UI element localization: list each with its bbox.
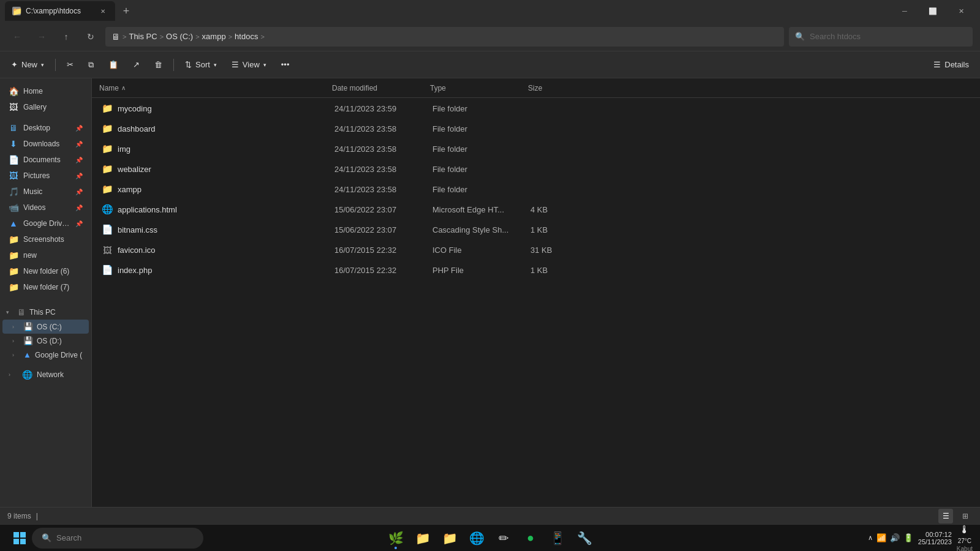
file-date: 24/11/2023 23:58 — [334, 124, 432, 133]
sidebar-tree-osd[interactable]: › 💾 OS (D:) — [2, 334, 89, 348]
file-size: 31 KB — [530, 246, 579, 255]
toolbar-separator-2 — [173, 59, 174, 71]
videos-pin-icon: 📌 — [75, 204, 83, 211]
this-pc-section: ▾ 🖥 This PC — [0, 300, 91, 320]
search-box[interactable]: 🔍 Search htdocs — [789, 27, 973, 47]
sidebar-item-downloads[interactable]: ⬇ Downloads 📌 — [2, 136, 89, 152]
taskbar-app-fileexplorer[interactable]: 🌿 — [383, 526, 408, 550]
taskbar-weather[interactable]: 🌡 27°C Kabut — [957, 523, 973, 551]
sidebar-item-pictures[interactable]: 🖼 Pictures 📌 — [2, 168, 89, 184]
taskbar-app-spotify[interactable]: ● — [518, 526, 543, 550]
new-tab-button[interactable]: + — [118, 2, 135, 20]
file-type: Microsoft Edge HT... — [432, 205, 530, 214]
delete-button[interactable]: 🗑 — [148, 55, 168, 75]
cut-button[interactable]: ✂ — [61, 55, 80, 75]
sidebar-item-videos[interactable]: 📹 Videos 📌 — [2, 200, 89, 216]
edge-app-icon: 🌐 — [469, 531, 484, 545]
table-row[interactable]: 📁 dashboard 24/11/2023 23:58 File folder — [94, 119, 978, 138]
thispc-expand-arrow[interactable]: ▾ — [6, 309, 13, 315]
col-name-header[interactable]: Name ∧ — [99, 84, 332, 92]
sidebar-item-home[interactable]: 🏠 Home — [2, 83, 89, 99]
details-view-toggle[interactable]: ☰ — [938, 509, 953, 523]
table-row[interactable]: 📁 xampp 24/11/2023 23:58 File folder — [94, 179, 978, 199]
file-list: 📁 mycoding 24/11/2023 23:59 File folder … — [92, 98, 980, 280]
breadcrumb-this-pc[interactable]: This PC — [129, 32, 157, 41]
taskbar-app-edge[interactable]: 🌐 — [464, 526, 489, 550]
table-row[interactable]: 📁 mycoding 24/11/2023 23:59 File folder — [94, 99, 978, 118]
table-row[interactable]: 🌐 applications.html 15/06/2022 23:07 Mic… — [94, 200, 978, 219]
col-type-header[interactable]: Type — [430, 84, 528, 92]
sort-button[interactable]: ⇅ Sort ▾ — [179, 55, 223, 75]
file-date: 16/07/2015 22:32 — [334, 246, 432, 255]
sidebar-item-newfolder7[interactable]: 📁 New folder (7) — [2, 279, 89, 295]
share-button[interactable]: ↗ — [127, 55, 146, 75]
thispc-label[interactable]: This PC — [29, 308, 56, 317]
volume-icon: 🔊 — [890, 533, 900, 542]
table-row[interactable]: 📁 webalizer 24/11/2023 23:58 File folder — [94, 159, 978, 179]
osd-expand-arrow: › — [12, 338, 20, 344]
sidebar-item-screenshots[interactable]: 📁 Screenshots — [2, 231, 89, 247]
sidebar-tree-googledrive[interactable]: › ▲ Google Drive ( — [2, 348, 89, 362]
copy-button[interactable]: ⧉ — [82, 55, 100, 75]
file-size: 1 KB — [530, 225, 579, 234]
breadcrumb-xampp[interactable]: xampp — [202, 32, 226, 41]
file-icon: 📁 — [102, 123, 113, 134]
close-button[interactable]: ✕ — [947, 0, 975, 22]
taskbar-search[interactable]: 🔍 Search — [32, 528, 203, 549]
file-date: 24/11/2023 23:58 — [334, 185, 432, 194]
table-row[interactable]: 📁 img 24/11/2023 23:58 File folder — [94, 139, 978, 159]
grid-view-toggle[interactable]: ⊞ — [958, 509, 973, 523]
documents-pin-icon: 📌 — [75, 157, 83, 163]
taskbar-search-label: Search — [56, 533, 81, 542]
tray-expand-icon[interactable]: ∧ — [868, 534, 873, 542]
sidebar-item-gallery[interactable]: 🖼 Gallery — [2, 99, 89, 115]
table-row[interactable]: 📄 index.php 16/07/2015 22:32 PHP File 1 … — [94, 260, 978, 280]
sidebar-item-googledrive[interactable]: ▲ Google Drive * 📌 — [2, 216, 89, 231]
paste-button[interactable]: 📋 — [102, 55, 124, 75]
copy-icon: ⧉ — [88, 60, 94, 70]
taskbar-app-zoom[interactable]: 📁 — [410, 526, 435, 550]
file-date: 15/06/2022 23:07 — [334, 225, 432, 234]
sidebar: 🏠 Home 🖼 Gallery 🖥 Desktop 📌 ⬇ Downloads… — [0, 78, 92, 507]
sidebar-item-desktop[interactable]: 🖥 Desktop 📌 — [2, 120, 89, 136]
up-button[interactable]: ↑ — [56, 27, 76, 47]
tab-close-button[interactable]: ✕ — [98, 6, 108, 16]
view-button[interactable]: ☰ View ▾ — [225, 55, 273, 75]
spotify-app-icon: ● — [527, 531, 534, 545]
whatsapp-app-icon: 📱 — [550, 531, 565, 545]
details-icon: ☰ — [933, 60, 941, 69]
new-button[interactable]: ✦ New ▾ — [5, 55, 50, 75]
sidebar-item-documents[interactable]: 📄 Documents 📌 — [2, 152, 89, 168]
sidebar-videos-label: Videos — [23, 203, 70, 212]
taskbar-app-files[interactable]: 📁 — [437, 526, 462, 550]
sidebar-item-newfolder6[interactable]: 📁 New folder (6) — [2, 263, 89, 279]
taskbar-clock[interactable]: 00:07:12 25/11/2023 — [918, 531, 952, 545]
breadcrumb-osc[interactable]: OS (C:) — [166, 32, 193, 41]
taskbar-app-whatsapp[interactable]: 📱 — [545, 526, 570, 550]
taskbar-app-xampp[interactable]: 🔧 — [572, 526, 597, 550]
taskbar-app-edit[interactable]: ✏ — [491, 526, 516, 550]
forward-button[interactable]: → — [32, 27, 51, 47]
col-size-header[interactable]: Size — [528, 84, 577, 92]
start-button[interactable] — [7, 526, 32, 550]
files-app-icon: 📁 — [442, 531, 458, 545]
maximize-button[interactable]: ⬜ — [919, 0, 947, 22]
table-row[interactable]: 📄 bitnami.css 15/06/2022 23:07 Cascading… — [94, 220, 978, 239]
sidebar-pictures-label: Pictures — [23, 171, 70, 180]
breadcrumb-htdocs[interactable]: htdocs — [235, 32, 258, 41]
sidebar-item-network[interactable]: › 🌐 Network — [2, 367, 89, 383]
details-button[interactable]: ☰ Details — [927, 55, 975, 75]
table-row[interactable]: 🖼 favicon.ico 16/07/2015 22:32 ICO File … — [94, 240, 978, 260]
sidebar-item-new[interactable]: 📁 new — [2, 247, 89, 263]
sidebar-tree-osc[interactable]: › 💾 OS (C:) — [2, 320, 89, 334]
col-date-header[interactable]: Date modified — [332, 84, 430, 92]
weather-icon: 🌡 — [959, 523, 970, 536]
refresh-button[interactable]: ↻ — [81, 27, 100, 47]
breadcrumb[interactable]: 🖥 > This PC > OS (C:) > xampp > htdocs > — [105, 27, 784, 47]
active-tab[interactable]: 📁 C:\xampp\htdocs ✕ — [5, 1, 115, 21]
sidebar-item-music[interactable]: 🎵 Music 📌 — [2, 184, 89, 200]
back-button[interactable]: ← — [7, 27, 27, 47]
sidebar-documents-label: Documents — [23, 156, 70, 164]
more-button[interactable]: ••• — [275, 55, 296, 75]
minimize-button[interactable]: ─ — [891, 0, 919, 22]
